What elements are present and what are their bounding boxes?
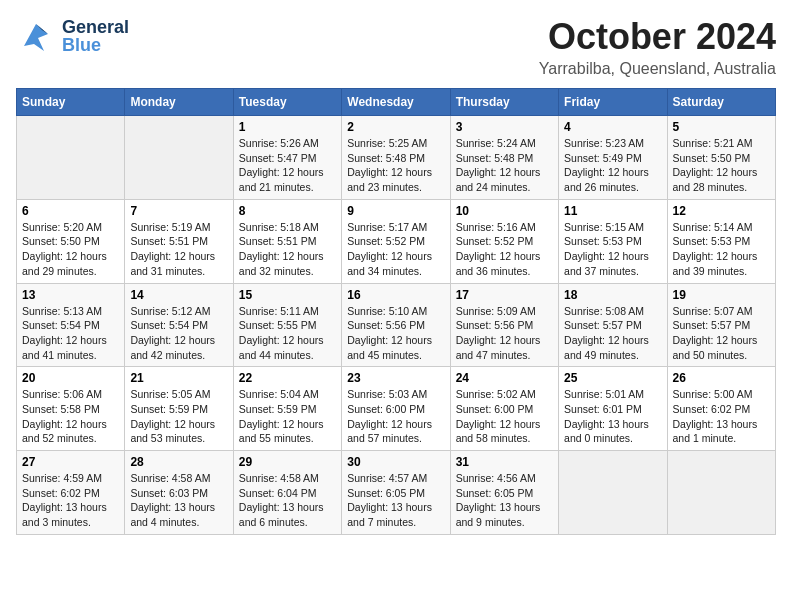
day-number: 8 bbox=[239, 204, 336, 218]
day-info: Sunrise: 5:15 AM Sunset: 5:53 PM Dayligh… bbox=[564, 221, 649, 277]
week-row-1: 1Sunrise: 5:26 AM Sunset: 5:47 PM Daylig… bbox=[17, 116, 776, 200]
day-cell: 27Sunrise: 4:59 AM Sunset: 6:02 PM Dayli… bbox=[17, 451, 125, 535]
day-cell: 13Sunrise: 5:13 AM Sunset: 5:54 PM Dayli… bbox=[17, 283, 125, 367]
day-cell bbox=[17, 116, 125, 200]
header-cell-saturday: Saturday bbox=[667, 89, 775, 116]
day-info: Sunrise: 5:02 AM Sunset: 6:00 PM Dayligh… bbox=[456, 388, 541, 444]
day-cell: 21Sunrise: 5:05 AM Sunset: 5:59 PM Dayli… bbox=[125, 367, 233, 451]
day-info: Sunrise: 5:10 AM Sunset: 5:56 PM Dayligh… bbox=[347, 305, 432, 361]
day-info: Sunrise: 5:14 AM Sunset: 5:53 PM Dayligh… bbox=[673, 221, 758, 277]
day-info: Sunrise: 4:58 AM Sunset: 6:04 PM Dayligh… bbox=[239, 472, 324, 528]
day-info: Sunrise: 5:19 AM Sunset: 5:51 PM Dayligh… bbox=[130, 221, 215, 277]
day-number: 9 bbox=[347, 204, 444, 218]
page-header: General Blue October 2024 Yarrabilba, Qu… bbox=[16, 16, 776, 78]
logo-general: General bbox=[62, 18, 129, 36]
title-block: October 2024 Yarrabilba, Queensland, Aus… bbox=[539, 16, 776, 78]
day-cell bbox=[559, 451, 667, 535]
day-number: 3 bbox=[456, 120, 553, 134]
day-info: Sunrise: 5:04 AM Sunset: 5:59 PM Dayligh… bbox=[239, 388, 324, 444]
day-info: Sunrise: 5:16 AM Sunset: 5:52 PM Dayligh… bbox=[456, 221, 541, 277]
header-row: SundayMondayTuesdayWednesdayThursdayFrid… bbox=[17, 89, 776, 116]
day-info: Sunrise: 5:07 AM Sunset: 5:57 PM Dayligh… bbox=[673, 305, 758, 361]
header-cell-thursday: Thursday bbox=[450, 89, 558, 116]
day-info: Sunrise: 5:13 AM Sunset: 5:54 PM Dayligh… bbox=[22, 305, 107, 361]
day-info: Sunrise: 4:59 AM Sunset: 6:02 PM Dayligh… bbox=[22, 472, 107, 528]
day-info: Sunrise: 5:03 AM Sunset: 6:00 PM Dayligh… bbox=[347, 388, 432, 444]
day-cell: 28Sunrise: 4:58 AM Sunset: 6:03 PM Dayli… bbox=[125, 451, 233, 535]
day-info: Sunrise: 5:06 AM Sunset: 5:58 PM Dayligh… bbox=[22, 388, 107, 444]
day-cell: 8Sunrise: 5:18 AM Sunset: 5:51 PM Daylig… bbox=[233, 199, 341, 283]
logo-blue: Blue bbox=[62, 36, 129, 54]
day-cell: 12Sunrise: 5:14 AM Sunset: 5:53 PM Dayli… bbox=[667, 199, 775, 283]
day-number: 22 bbox=[239, 371, 336, 385]
month-title: October 2024 bbox=[539, 16, 776, 58]
day-cell: 5Sunrise: 5:21 AM Sunset: 5:50 PM Daylig… bbox=[667, 116, 775, 200]
day-cell: 11Sunrise: 5:15 AM Sunset: 5:53 PM Dayli… bbox=[559, 199, 667, 283]
day-number: 30 bbox=[347, 455, 444, 469]
day-info: Sunrise: 5:01 AM Sunset: 6:01 PM Dayligh… bbox=[564, 388, 649, 444]
week-row-5: 27Sunrise: 4:59 AM Sunset: 6:02 PM Dayli… bbox=[17, 451, 776, 535]
day-cell: 1Sunrise: 5:26 AM Sunset: 5:47 PM Daylig… bbox=[233, 116, 341, 200]
svg-marker-0 bbox=[24, 24, 48, 51]
day-info: Sunrise: 5:26 AM Sunset: 5:47 PM Dayligh… bbox=[239, 137, 324, 193]
day-info: Sunrise: 5:20 AM Sunset: 5:50 PM Dayligh… bbox=[22, 221, 107, 277]
day-number: 18 bbox=[564, 288, 661, 302]
day-number: 26 bbox=[673, 371, 770, 385]
header-cell-tuesday: Tuesday bbox=[233, 89, 341, 116]
calendar-body: 1Sunrise: 5:26 AM Sunset: 5:47 PM Daylig… bbox=[17, 116, 776, 535]
day-info: Sunrise: 5:17 AM Sunset: 5:52 PM Dayligh… bbox=[347, 221, 432, 277]
location-title: Yarrabilba, Queensland, Australia bbox=[539, 60, 776, 78]
day-cell: 30Sunrise: 4:57 AM Sunset: 6:05 PM Dayli… bbox=[342, 451, 450, 535]
day-info: Sunrise: 5:08 AM Sunset: 5:57 PM Dayligh… bbox=[564, 305, 649, 361]
day-info: Sunrise: 5:00 AM Sunset: 6:02 PM Dayligh… bbox=[673, 388, 758, 444]
day-cell: 15Sunrise: 5:11 AM Sunset: 5:55 PM Dayli… bbox=[233, 283, 341, 367]
day-number: 13 bbox=[22, 288, 119, 302]
header-cell-sunday: Sunday bbox=[17, 89, 125, 116]
day-number: 21 bbox=[130, 371, 227, 385]
day-info: Sunrise: 5:12 AM Sunset: 5:54 PM Dayligh… bbox=[130, 305, 215, 361]
day-number: 15 bbox=[239, 288, 336, 302]
day-number: 25 bbox=[564, 371, 661, 385]
day-cell: 4Sunrise: 5:23 AM Sunset: 5:49 PM Daylig… bbox=[559, 116, 667, 200]
day-info: Sunrise: 4:58 AM Sunset: 6:03 PM Dayligh… bbox=[130, 472, 215, 528]
day-cell: 25Sunrise: 5:01 AM Sunset: 6:01 PM Dayli… bbox=[559, 367, 667, 451]
day-cell: 17Sunrise: 5:09 AM Sunset: 5:56 PM Dayli… bbox=[450, 283, 558, 367]
day-info: Sunrise: 4:56 AM Sunset: 6:05 PM Dayligh… bbox=[456, 472, 541, 528]
day-cell: 26Sunrise: 5:00 AM Sunset: 6:02 PM Dayli… bbox=[667, 367, 775, 451]
day-info: Sunrise: 5:25 AM Sunset: 5:48 PM Dayligh… bbox=[347, 137, 432, 193]
day-number: 12 bbox=[673, 204, 770, 218]
day-number: 4 bbox=[564, 120, 661, 134]
day-number: 31 bbox=[456, 455, 553, 469]
day-cell: 23Sunrise: 5:03 AM Sunset: 6:00 PM Dayli… bbox=[342, 367, 450, 451]
header-cell-wednesday: Wednesday bbox=[342, 89, 450, 116]
day-number: 23 bbox=[347, 371, 444, 385]
calendar-header: SundayMondayTuesdayWednesdayThursdayFrid… bbox=[17, 89, 776, 116]
day-number: 1 bbox=[239, 120, 336, 134]
logo-bird-icon bbox=[16, 16, 56, 56]
header-cell-friday: Friday bbox=[559, 89, 667, 116]
day-cell: 16Sunrise: 5:10 AM Sunset: 5:56 PM Dayli… bbox=[342, 283, 450, 367]
day-cell: 29Sunrise: 4:58 AM Sunset: 6:04 PM Dayli… bbox=[233, 451, 341, 535]
day-cell: 22Sunrise: 5:04 AM Sunset: 5:59 PM Dayli… bbox=[233, 367, 341, 451]
day-cell bbox=[125, 116, 233, 200]
day-number: 19 bbox=[673, 288, 770, 302]
day-number: 16 bbox=[347, 288, 444, 302]
day-number: 29 bbox=[239, 455, 336, 469]
day-number: 27 bbox=[22, 455, 119, 469]
day-cell: 14Sunrise: 5:12 AM Sunset: 5:54 PM Dayli… bbox=[125, 283, 233, 367]
day-cell: 2Sunrise: 5:25 AM Sunset: 5:48 PM Daylig… bbox=[342, 116, 450, 200]
week-row-3: 13Sunrise: 5:13 AM Sunset: 5:54 PM Dayli… bbox=[17, 283, 776, 367]
week-row-2: 6Sunrise: 5:20 AM Sunset: 5:50 PM Daylig… bbox=[17, 199, 776, 283]
day-cell: 9Sunrise: 5:17 AM Sunset: 5:52 PM Daylig… bbox=[342, 199, 450, 283]
logo-text: General Blue bbox=[62, 18, 129, 54]
day-cell: 20Sunrise: 5:06 AM Sunset: 5:58 PM Dayli… bbox=[17, 367, 125, 451]
day-cell: 24Sunrise: 5:02 AM Sunset: 6:00 PM Dayli… bbox=[450, 367, 558, 451]
day-cell: 6Sunrise: 5:20 AM Sunset: 5:50 PM Daylig… bbox=[17, 199, 125, 283]
day-cell: 7Sunrise: 5:19 AM Sunset: 5:51 PM Daylig… bbox=[125, 199, 233, 283]
day-info: Sunrise: 5:24 AM Sunset: 5:48 PM Dayligh… bbox=[456, 137, 541, 193]
day-info: Sunrise: 5:05 AM Sunset: 5:59 PM Dayligh… bbox=[130, 388, 215, 444]
day-cell: 31Sunrise: 4:56 AM Sunset: 6:05 PM Dayli… bbox=[450, 451, 558, 535]
day-number: 6 bbox=[22, 204, 119, 218]
day-number: 28 bbox=[130, 455, 227, 469]
day-cell: 10Sunrise: 5:16 AM Sunset: 5:52 PM Dayli… bbox=[450, 199, 558, 283]
